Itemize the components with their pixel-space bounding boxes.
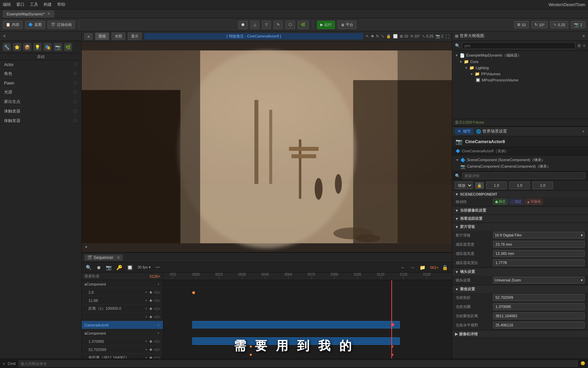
seq-search-btn[interactable]: 🔍 xyxy=(84,264,93,271)
track-key-8[interactable]: ◆ xyxy=(149,347,152,352)
vp-lock-btn[interactable]: 🔒 xyxy=(386,34,391,39)
track-add-3[interactable]: ＋ xyxy=(144,306,148,311)
track-left-9[interactable]: ◁ xyxy=(153,355,156,358)
seq-prev-btn[interactable]: ← xyxy=(399,264,407,271)
tree-lighting[interactable]: ▼ 📁 Lighting xyxy=(452,65,588,71)
details-tab-detail[interactable]: ✕ 细节 xyxy=(455,128,473,135)
track-add-9[interactable]: ＋ xyxy=(144,355,148,358)
rot-btn[interactable]: ↻ 10° xyxy=(532,21,548,28)
mode-geo-btn[interactable]: ⬡ xyxy=(285,21,295,29)
sidebar-icon-4[interactable]: 🎭 xyxy=(44,43,52,51)
horiz-fov-input[interactable] xyxy=(493,322,585,328)
track-add-1[interactable]: ＋ xyxy=(144,290,148,295)
tree-examplemap[interactable]: ▼ 📄 ExampleMapDynamic（编辑器） xyxy=(452,52,588,59)
track-key-1[interactable]: ◆ xyxy=(149,290,152,294)
track-1370085[interactable]: 1.370085 ＋ ◆ ◁ ▷ xyxy=(82,337,163,346)
detail-tab-close[interactable]: ✕ xyxy=(458,129,461,133)
blueprint-btn[interactable]: 🔷 蓝图 xyxy=(25,21,45,29)
track-camera-actor8[interactable]: CameraActor8 ＋ xyxy=(82,321,163,329)
track-2-8[interactable]: 2.8 ＋ ◆ ◁ ▷ xyxy=(82,288,163,296)
main-tab[interactable]: ExampleMapDynamic* ✕ xyxy=(3,10,54,18)
track-key-2[interactable]: ◆ xyxy=(149,298,152,303)
seq-lock-btn[interactable]: 🔒 xyxy=(441,264,449,271)
sidebar-item-actor[interactable]: Actor ⓘ xyxy=(0,60,81,69)
transition-btn[interactable]: 🎬 过场动画 xyxy=(48,21,75,29)
sidebar-icon-2[interactable]: 📦 xyxy=(23,43,31,51)
section-filmback-header[interactable]: ▼ 胶片背板 xyxy=(452,223,588,231)
sensor-width-input[interactable] xyxy=(493,241,585,248)
menu-help[interactable]: 帮助 xyxy=(57,2,65,7)
search-details-input[interactable] xyxy=(462,172,585,179)
vp-cam-btn[interactable]: 📷 2 xyxy=(436,34,443,39)
viewport-menu-btn[interactable]: ≡ xyxy=(84,33,93,40)
vp-rotate-btn[interactable]: ↻ xyxy=(376,34,379,39)
section-camera-details-header[interactable]: ▶ 摄像机详情 xyxy=(452,330,588,338)
sidebar-icon-0[interactable]: 🔧 xyxy=(3,43,11,51)
vp-cursor-btn[interactable]: ↖ xyxy=(366,34,369,39)
track-distance[interactable]: 距离（1）100000.0 ＋ ◆ ◁ ▷ xyxy=(82,305,163,313)
console-input[interactable] xyxy=(18,360,578,367)
menu-edit[interactable]: 编辑 xyxy=(3,2,11,7)
seq-camera-btn[interactable]: 📷 xyxy=(104,264,113,271)
sidebar-item-trigger1-info[interactable]: ⓘ xyxy=(74,109,77,114)
sensor-ratio-input[interactable] xyxy=(493,259,585,266)
focal-length-input[interactable] xyxy=(493,294,585,301)
track-right-7[interactable]: ▷ xyxy=(158,339,160,343)
sidebar-icon-6[interactable]: 🌿 xyxy=(64,43,72,51)
track-key-4[interactable]: ◆ xyxy=(149,315,152,319)
lens-dropdown[interactable]: Universal Zoom ▾ xyxy=(493,277,585,283)
prop-val-z[interactable] xyxy=(533,182,553,189)
outliner-search-input[interactable] xyxy=(462,42,575,49)
sensor-height-input[interactable] xyxy=(493,250,585,257)
vp-move-btn[interactable]: ✥ xyxy=(371,34,374,39)
menu-build[interactable]: 构建 xyxy=(44,2,52,7)
track-empty-4[interactable]: ＋ ◆ ◁ ▷ xyxy=(82,313,163,321)
sidebar-item-role[interactable]: 角色 ⓘ xyxy=(0,69,81,79)
prop-val-y[interactable] xyxy=(509,182,530,189)
lock-icon-btn[interactable]: 🔒 xyxy=(475,182,484,189)
sidebar-item-light-info[interactable]: ⓘ xyxy=(74,90,77,95)
track-right-9[interactable]: ▷ xyxy=(158,355,160,358)
seq-filter-btn[interactable]: 🔲 xyxy=(126,264,134,271)
sidebar-close-icon[interactable]: ✕ xyxy=(3,34,6,39)
track-acomponent2[interactable]: aComponent ＋ xyxy=(82,329,163,337)
sidebar-item-trigger2[interactable]: 体触发器 ⓘ xyxy=(0,116,81,126)
comp-scene[interactable]: ▼ 🔷 SceneComponent (SceneComponent)（继承） xyxy=(452,157,588,163)
track-right-3[interactable]: ▷ xyxy=(158,306,160,311)
track-right-4[interactable]: ▷ xyxy=(158,315,160,319)
mode-select[interactable]: 细放 xyxy=(455,182,473,189)
track-add-5[interactable]: ＋ xyxy=(157,322,160,327)
vp-snap-btn[interactable]: ⊞ 10 xyxy=(400,34,408,39)
seq-key-btn[interactable]: 🔑 xyxy=(115,264,124,271)
track-add-6[interactable]: ＋ xyxy=(157,331,160,336)
playhead[interactable] xyxy=(391,280,392,358)
perspective-btn[interactable]: 透视 xyxy=(95,33,109,40)
sequencer-tab-close[interactable]: ✕ xyxy=(117,255,120,260)
menu-window[interactable]: 窗口 xyxy=(16,2,24,7)
mode-brush-btn[interactable]: ✎ xyxy=(274,21,283,29)
filmback-dropdown[interactable]: 16:9 Digital Film ▾ xyxy=(493,232,585,239)
seq-next-btn[interactable]: → xyxy=(409,264,416,271)
seq-curve-btn[interactable]: 〰 xyxy=(154,264,162,271)
lighting-btn[interactable]: 光照 xyxy=(112,33,125,40)
sidebar-item-spawnpoint[interactable]: 家出生点 ⓘ xyxy=(0,97,81,107)
timeline-tracks-area[interactable] xyxy=(163,280,452,358)
section-lens-header[interactable]: ▼ 镜头设置 xyxy=(452,268,588,276)
track-right-2[interactable]: ▷ xyxy=(158,298,160,303)
prop-val-x[interactable] xyxy=(486,182,507,189)
track-left-1[interactable]: ◁ xyxy=(153,290,156,294)
mobility-fixed-btn[interactable]: ⬡ 固定 xyxy=(509,199,524,205)
details-add-btn[interactable]: ＋ xyxy=(581,128,585,134)
track-key-3[interactable]: ◆ xyxy=(149,306,152,311)
track-key-9[interactable]: ◆ xyxy=(149,355,152,358)
track-right-1[interactable]: ▷ xyxy=(158,290,160,294)
track-left-7[interactable]: ◁ xyxy=(153,339,156,343)
track-left-3[interactable]: ◁ xyxy=(153,306,156,311)
track-add-4[interactable]: ＋ xyxy=(144,314,148,319)
aperture-input[interactable] xyxy=(493,303,585,310)
viewport-canvas[interactable]: ● xyxy=(82,42,452,252)
sidebar-item-pawn-info[interactable]: ⓘ xyxy=(74,80,77,86)
sidebar-item-actor-info[interactable]: ⓘ xyxy=(74,62,77,67)
sidebar-icon-3[interactable]: 💡 xyxy=(33,43,42,51)
run-btn[interactable]: ▶ 运行 xyxy=(317,21,335,29)
